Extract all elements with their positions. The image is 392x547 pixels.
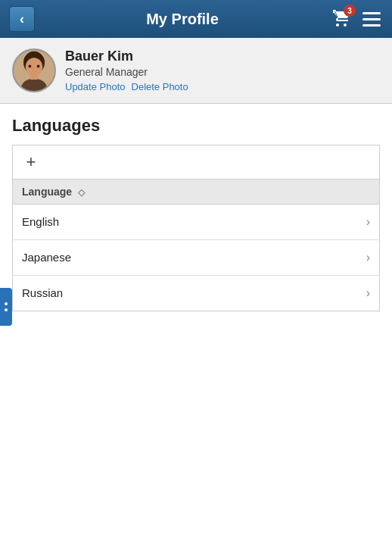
update-photo-link[interactable]: Update Photo [65, 81, 126, 92]
menu-button[interactable] [360, 8, 383, 30]
languages-heading: Languages [12, 116, 380, 136]
side-handle[interactable] [0, 288, 12, 326]
add-language-row: + [13, 145, 380, 180]
language-row-english[interactable]: English › [13, 205, 380, 240]
profile-links: Update Photo Delete Photo [65, 81, 188, 92]
svg-point-5 [37, 65, 40, 68]
cart-button[interactable]: 3 [330, 8, 353, 30]
language-name: Russian [22, 286, 63, 299]
header-actions: 3 [330, 8, 383, 30]
handle-dots [5, 302, 8, 311]
language-row-japanese[interactable]: Japanese › [13, 240, 380, 276]
svg-rect-3 [30, 74, 37, 80]
header: ‹ My Profile 3 [0, 0, 392, 38]
profile-section: Bauer Kim General Manager Update Photo D… [0, 38, 392, 104]
back-icon: ‹ [20, 12, 24, 26]
hamburger-icon [362, 12, 381, 27]
svg-point-4 [29, 65, 32, 68]
cart-badge: 3 [344, 5, 356, 17]
languages-table: + Language ◇ English › Japanese › Russia… [12, 145, 380, 311]
back-button[interactable]: ‹ [9, 6, 35, 32]
language-name: English [22, 215, 59, 228]
languages-section: Languages + Language ◇ English › Japanes… [0, 104, 392, 311]
profile-job-title: General Manager [65, 66, 188, 78]
profile-name: Bauer Kim [65, 48, 188, 64]
profile-info: Bauer Kim General Manager Update Photo D… [65, 48, 188, 92]
language-column-header-row: Language ◇ [13, 180, 380, 205]
add-language-button[interactable]: + [17, 148, 45, 176]
chevron-right-icon: › [366, 251, 370, 264]
page-title: My Profile [35, 11, 330, 28]
svg-point-2 [26, 58, 42, 76]
chevron-right-icon: › [366, 286, 370, 300]
chevron-right-icon: › [366, 215, 370, 229]
language-column-label: Language [22, 186, 72, 198]
delete-photo-link[interactable]: Delete Photo [132, 81, 188, 92]
language-name: Japanese [22, 251, 71, 264]
language-row-russian[interactable]: Russian › [13, 276, 380, 311]
avatar [12, 48, 56, 92]
sort-icon: ◇ [78, 187, 85, 198]
